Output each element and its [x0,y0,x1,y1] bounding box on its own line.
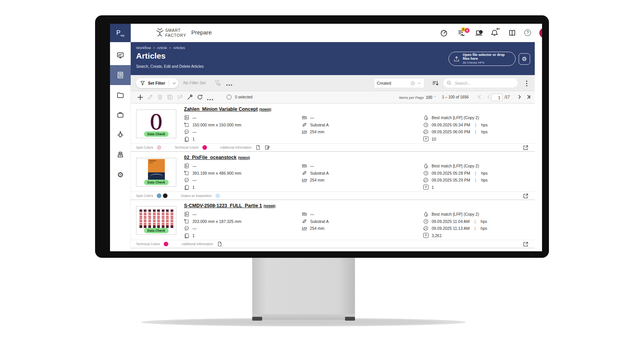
toolbar-more-icon[interactable] [207,96,214,103]
user-avatar[interactable]: HP [539,28,542,38]
created-by-value: hps [481,123,488,127]
modified-value: 09.09.2025 06:00 PM [432,129,470,134]
created-value: 09.09.2025 11:04 AM [432,219,470,224]
size-value: 391.199 mm x 486.900 mm [192,171,242,175]
edit-icon[interactable] [147,94,154,101]
sidebar-item-printers[interactable] [110,145,131,165]
sort-field-select[interactable]: Created [374,78,424,88]
sidebar-item-folders[interactable] [110,85,131,105]
actions-toolbar: 0 selected Items per Page 100 1 – 100 of… [131,91,535,103]
set-filter-button[interactable]: Set Filter [136,78,178,88]
color-strategy-icon [423,163,429,169]
add-article-icon[interactable] [137,94,144,101]
filter-kebab-menu-icon[interactable] [526,80,528,88]
search-input[interactable] [454,80,508,86]
comment-value: — [192,178,197,182]
article-thumbnail[interactable]: Data Check [136,206,176,235]
material-width-icon: 123 [302,226,307,230]
task-badge-pink: 4 [465,28,470,33]
pages-value: 1 [192,137,195,141]
pages-value: 1 [192,233,195,238]
search-box[interactable] [443,78,518,88]
last-page-icon[interactable] [526,94,532,101]
open-external-icon[interactable] [523,193,529,199]
apply-tool-icon[interactable] [187,94,194,101]
article-thumbnail[interactable]: Data Check [136,158,176,187]
page-number-input[interactable] [491,95,502,102]
monitor-foot-left [252,317,262,321]
items-per-page-select[interactable]: 100 [426,95,437,100]
breadcrumb-articles[interactable]: Articles [173,46,185,50]
open-external-icon[interactable] [523,145,529,151]
size-value: 150.000 mm x 150.000 mm [192,123,242,127]
output-as-separation-label: Output as Separation [181,194,211,198]
page-total-label: /17 [504,95,510,99]
chevron-down-icon [433,95,437,98]
sort-direction-icon[interactable] [432,80,439,87]
pages-icon [184,233,189,238]
info-doc-icon[interactable] [217,241,222,247]
first-page-icon[interactable] [476,94,483,101]
breadcrumb-article[interactable]: Article [157,46,167,50]
article-title-link[interactable]: 02_PixFile_oceanstock(50604) [184,155,250,160]
chevron-down-icon[interactable] [172,81,177,86]
notifications-bell-icon[interactable]: 9+ [491,29,498,37]
select-all-checkbox[interactable] [227,95,232,100]
status-badge: Data Check [144,228,168,233]
modified-clock-icon [423,129,429,134]
task-activity-icon[interactable]: 1 4 [458,29,465,37]
delete-icon[interactable] [157,94,164,101]
chevron-down-icon [417,81,421,85]
substrate-value: Substrat A [310,123,329,127]
monitor-stand-base [252,314,355,320]
created-clock-icon [423,122,429,128]
sidebar-item-automation[interactable] [110,125,131,145]
next-page-icon[interactable] [516,94,523,101]
color-strategy-value: Best match [LFP] (Copy 2) [432,164,479,168]
file-drop-zone[interactable]: Open file selector or drop files here Al… [449,52,516,66]
spot-colors-label: Spot Colors [136,194,153,198]
sidebar-item-articles[interactable] [110,65,131,85]
duplicate-icon[interactable] [167,94,174,101]
workflow-value: — [192,164,197,168]
thumbnail-glyph: 0 [150,112,163,133]
color-strategy-value: Best match [LFP] (Copy 2) [432,115,479,120]
technical-colors-label: Technical Colors [174,146,198,149]
article-title-link[interactable]: Zahlen_Minion Variable Concept(50605) [184,106,271,112]
output-device-icon [302,211,307,217]
pages-icon [184,185,189,190]
technical-color-dot [164,242,168,246]
data-check-icon[interactable] [177,94,184,101]
info-doc-edit-icon[interactable] [264,145,270,150]
article-thumbnail[interactable]: 0 Data Check [136,110,176,138]
output-device-value: — [310,212,314,216]
comment-icon [184,226,189,231]
checks-settings-button[interactable]: ⚙ [519,53,530,65]
help-icon[interactable]: ? [524,29,532,37]
sidebar-item-settings[interactable]: ⚙ [110,165,131,185]
clear-sort-icon[interactable] [410,81,415,86]
sidebar-item-orders[interactable] [110,105,131,125]
open-external-icon[interactable] [523,241,529,247]
handbook-icon[interactable] [508,29,516,37]
refresh-icon[interactable] [197,94,204,101]
pages-icon [184,136,189,142]
no-filter-set-label: No Filter Set [183,80,205,85]
dimensions-icon [184,122,189,128]
devices-icon[interactable]: ! [475,29,483,37]
dashboard-gauge-icon[interactable] [440,29,448,37]
created-value: 09.09.2025 05:34 PM [432,123,470,127]
sidebar-item-dashboard[interactable] [110,45,131,65]
items-per-page-label: Items per Page [399,95,424,100]
dimensions-icon [184,170,189,176]
filter-more-icon[interactable] [226,81,233,88]
preview-doc-icon [184,211,189,217]
modified-by-value: hps [481,178,488,182]
article-title-link[interactable]: S-CMDV-2508-1223_FULL_Partie 1(50598) [184,203,276,208]
created-by-value: hps [481,171,488,175]
app-logo[interactable]: P rep [110,24,131,42]
substrate-leaf-icon [302,122,307,128]
clear-filter-icon[interactable] [214,80,221,86]
breadcrumb-workflow[interactable]: Workflow [136,46,151,50]
info-doc-icon[interactable] [255,145,261,150]
